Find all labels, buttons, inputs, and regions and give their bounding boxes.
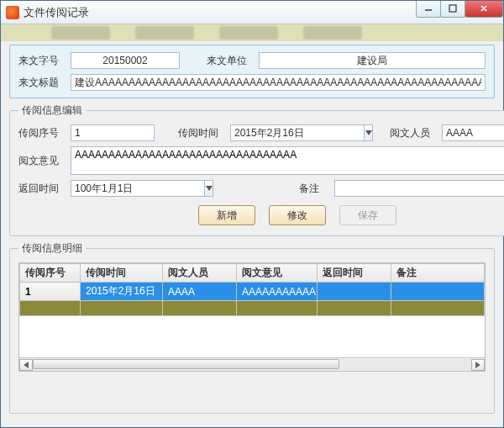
maximize-button[interactable] (440, 1, 465, 18)
horizontal-scrollbar[interactable] (19, 357, 485, 371)
doc-no-label: 来文字号 (18, 54, 66, 68)
time-input[interactable] (230, 124, 365, 141)
reader-label: 阅文人员 (390, 126, 437, 140)
seq-input[interactable] (71, 124, 155, 141)
app-icon (6, 6, 19, 19)
time-picker-button[interactable] (365, 124, 373, 141)
table-row[interactable]: 1 2015年2月16日 AAAA AAAAAAAAAAA (20, 283, 485, 301)
doc-no-input[interactable] (71, 52, 180, 69)
detail-legend: 传阅信息明细 (18, 241, 86, 256)
return-datebox (71, 180, 213, 197)
col-seq[interactable]: 传阅序号 (20, 264, 81, 283)
col-return[interactable]: 返回时间 (318, 264, 391, 283)
table-row (20, 301, 485, 316)
opinion-label: 阅文意见 (18, 154, 66, 168)
col-reader[interactable]: 阅文人员 (163, 264, 237, 283)
title-input[interactable] (71, 74, 486, 91)
svg-rect-0 (449, 5, 456, 12)
col-time[interactable]: 传阅时间 (81, 264, 163, 283)
titlebar: 文件传阅记录 (1, 1, 503, 24)
close-button[interactable] (465, 1, 503, 18)
time-datebox (230, 124, 373, 141)
add-button[interactable]: 新增 (198, 205, 255, 225)
time-label: 传阅时间 (178, 126, 225, 140)
seq-label: 传阅序号 (18, 126, 66, 140)
scroll-left-icon[interactable] (19, 359, 33, 371)
edit-legend: 传阅信息编辑 (18, 103, 86, 118)
save-button[interactable]: 保存 (339, 205, 396, 225)
client-area: 来文字号 来文单位 来文标题 传阅信息编辑 传阅序号 传阅时间 (1, 41, 503, 427)
opinion-input[interactable] (71, 146, 504, 175)
col-remark[interactable]: 备注 (391, 264, 485, 283)
return-label: 返回时间 (18, 182, 66, 196)
background-tabs (1, 24, 503, 41)
return-input[interactable] (71, 180, 205, 197)
detail-group: 传阅信息明细 传阅序号 传阅时间 阅文人员 阅文意见 返回时间 备注 1 2 (9, 241, 495, 414)
scroll-right-icon[interactable] (471, 359, 485, 371)
sender-input[interactable] (259, 52, 486, 69)
sender-label: 来文单位 (207, 54, 254, 68)
window: 文件传阅记录 来文字号 来文单位 来文标题 传阅信息编辑 传阅序 (0, 0, 504, 428)
window-title: 文件传阅记录 (24, 5, 417, 20)
modify-button[interactable]: 修改 (269, 205, 326, 225)
col-opinion[interactable]: 阅文意见 (237, 264, 318, 283)
minimize-button[interactable] (416, 1, 441, 18)
remark-label: 备注 (299, 182, 329, 196)
detail-grid[interactable]: 传阅序号 传阅时间 阅文人员 阅文意见 返回时间 备注 1 2015年2月16日… (18, 262, 486, 372)
remark-input[interactable] (334, 180, 504, 197)
scroll-thumb[interactable] (33, 359, 339, 369)
edit-group: 传阅信息编辑 传阅序号 传阅时间 阅文人员 阅文意见 返回时间 (9, 103, 504, 236)
reader-input[interactable] (442, 124, 504, 141)
doc-header-panel: 来文字号 来文单位 来文标题 (9, 45, 495, 98)
title-label: 来文标题 (18, 76, 66, 90)
return-picker-button[interactable] (205, 180, 213, 197)
